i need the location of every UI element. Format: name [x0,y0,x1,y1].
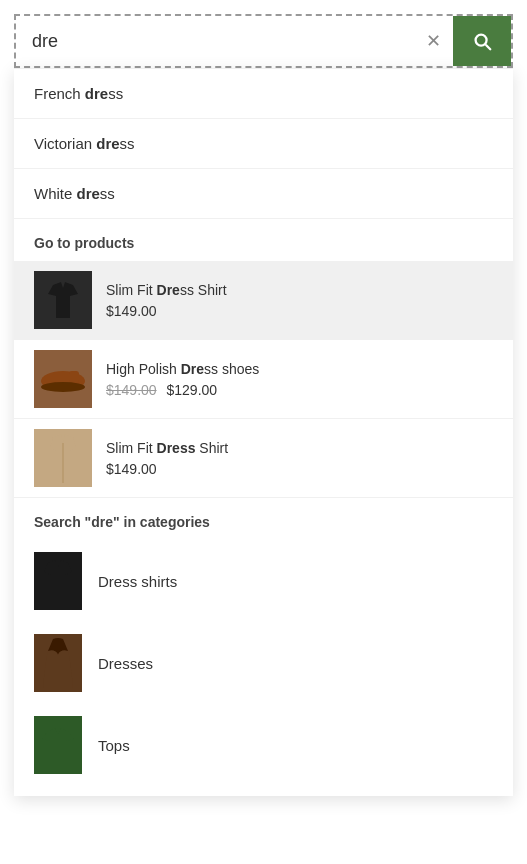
product-item[interactable]: High Polish Dress shoes $149.00 $129.00 [14,340,513,419]
product-info: High Polish Dress shoes $149.00 $129.00 [106,360,493,398]
search-button[interactable] [453,16,511,66]
products-section-label: Go to products [14,219,513,261]
suggestion-french-dress[interactable]: French dress [14,69,513,119]
product-item[interactable]: Slim Fit Dress Shirt $149.00 [14,419,513,498]
search-bar: ✕ [14,14,513,68]
category-name: Dresses [98,655,153,672]
close-icon: ✕ [426,30,441,52]
svg-marker-7 [42,728,74,763]
product-price: $149.00 [106,461,493,477]
category-name: Dress shirts [98,573,177,590]
dress-icon [40,637,76,689]
categories-section-label: Search "dre" in categories [14,498,513,540]
product-price: $149.00 [106,303,493,319]
svg-marker-0 [48,282,78,318]
search-dropdown: French dress Victorian dress White dress… [14,68,513,796]
original-price: $149.00 [106,382,157,398]
category-image [34,552,82,610]
suggestion-white-dress[interactable]: White dress [14,169,513,219]
category-item-dresses[interactable]: Dresses [14,622,513,704]
clear-button[interactable]: ✕ [414,20,453,62]
shirt-icon [43,280,83,320]
product-image [34,429,92,487]
suggestion-victorian-dress[interactable]: Victorian dress [14,119,513,169]
product-info: Slim Fit Dress Shirt $149.00 [106,281,493,319]
product-image [34,350,92,408]
shoe-icon [39,365,87,393]
svg-rect-2 [69,371,79,383]
product-name: High Polish Dress shoes [106,360,493,380]
category-image [34,716,82,774]
categories-section: Dress shirts Dresses Tops [14,540,513,796]
search-input[interactable] [16,17,414,66]
product-name: Slim Fit Dress Shirt [106,439,493,459]
product-info: Slim Fit Dress Shirt $149.00 [106,439,493,477]
product-image [34,271,92,329]
product-price: $149.00 $129.00 [106,382,493,398]
coat-icon [43,433,83,483]
category-item-dress-shirts[interactable]: Dress shirts [14,540,513,622]
svg-marker-6 [44,560,72,603]
product-item[interactable]: Slim Fit Dress Shirt $149.00 [14,261,513,340]
search-icon [471,30,493,52]
sale-price: $129.00 [167,382,218,398]
dress-shirt-icon [40,559,76,603]
svg-point-3 [41,382,85,392]
category-image [34,634,82,692]
category-name: Tops [98,737,130,754]
tops-icon [38,727,78,763]
category-item-tops[interactable]: Tops [14,704,513,786]
product-name: Slim Fit Dress Shirt [106,281,493,301]
